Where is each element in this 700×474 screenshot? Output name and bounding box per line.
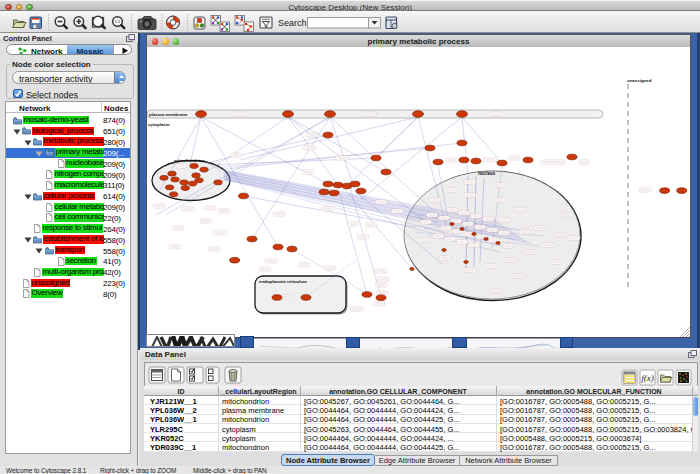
svg-text:Search:: Search: — [278, 18, 309, 28]
svg-text:mitochondrion: mitochondrion — [174, 158, 205, 163]
svg-text:endoplasmic reticulum: endoplasmic reticulum — [259, 279, 307, 284]
svg-text:nucleus: nucleus — [478, 171, 496, 176]
svg-text:1:1: 1:1 — [115, 19, 121, 24]
svg-text:plasma membrane: plasma membrane — [149, 112, 188, 117]
svg-text:unassigned: unassigned — [627, 78, 652, 83]
svg-text:f(x): f(x) — [641, 373, 654, 383]
svg-text:cytoplasm: cytoplasm — [148, 122, 170, 127]
